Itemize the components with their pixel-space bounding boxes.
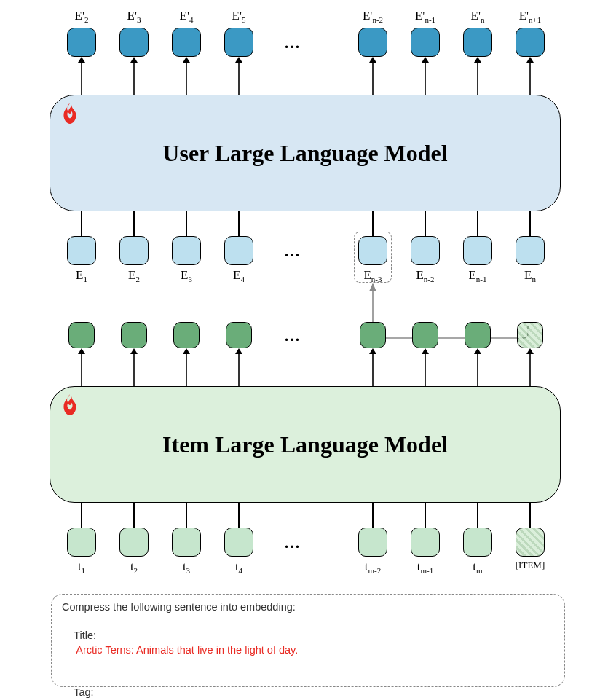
arrow-up-icon: [76, 57, 87, 95]
connector-line: [425, 503, 426, 528]
user-output-token: [516, 28, 545, 57]
ellipsis: …: [284, 533, 301, 552]
arrow-up-icon: [473, 57, 483, 95]
user-model-title: User Large Language Model: [162, 140, 447, 167]
item-input-label: tm-1: [403, 560, 447, 575]
arrow-up-icon: [76, 348, 87, 386]
user-output-token: [172, 28, 201, 57]
user-input-token: [463, 236, 492, 265]
connector-line: [238, 211, 240, 236]
arrow-up-icon: [473, 348, 483, 386]
arrow-up-icon: [181, 57, 191, 95]
arrow-up-icon: [181, 348, 191, 386]
user-input-label: E3: [165, 268, 208, 283]
item-input-special-token: [516, 528, 545, 557]
user-input-token: [358, 236, 387, 265]
item-input-label: tm-2: [351, 560, 395, 575]
item-output-token: [173, 322, 200, 348]
user-input-label: En-2: [403, 268, 447, 283]
user-input-token: [516, 236, 545, 265]
user-output-label: E'n-1: [403, 9, 447, 24]
item-output-special-token: [517, 322, 543, 348]
item-input-label: t1: [60, 560, 103, 575]
arrow-up-icon: [525, 348, 535, 386]
prompt-textbox: Compress the following sentence into emb…: [51, 594, 565, 687]
user-output-token: [463, 28, 492, 57]
item-input-token: [358, 528, 387, 557]
user-model-block: User Large Language Model: [50, 95, 561, 211]
arrow-up-icon: [525, 57, 535, 95]
ellipsis: …: [284, 34, 301, 52]
user-output-token: [358, 28, 387, 57]
item-input-token: [224, 528, 253, 557]
item-input-label: t2: [112, 560, 156, 575]
item-model-block: Item Large Language Model: [50, 386, 561, 503]
user-input-label: En-3: [351, 268, 395, 283]
connector-line: [477, 503, 478, 528]
user-output-label: E'3: [112, 9, 156, 24]
connector-line: [372, 211, 374, 236]
user-input-label: E2: [112, 268, 156, 283]
item-output-token: [68, 322, 95, 348]
connector-line: [529, 503, 531, 528]
user-input-label: E4: [217, 268, 261, 283]
user-input-token: [119, 236, 149, 265]
item-input-token: [411, 528, 440, 557]
item-output-token: [121, 322, 147, 348]
arrow-up-icon: [368, 348, 378, 386]
connector-line: [186, 211, 187, 236]
item-model-title: Item Large Language Model: [162, 431, 448, 458]
item-input-token: [67, 528, 96, 557]
connector-line: [238, 503, 240, 528]
item-input-label: tm: [456, 560, 499, 575]
connector-line: [186, 503, 187, 528]
user-input-token: [224, 236, 253, 265]
ellipsis: …: [284, 326, 301, 345]
title-line: Title: Arctic Terns: Animals that live i…: [62, 615, 554, 672]
arrow-up-icon: [368, 57, 378, 95]
item-output-token: [226, 322, 252, 348]
item-input-label: t4: [217, 560, 261, 575]
arrow-up-icon: [129, 348, 139, 386]
item-input-token: [463, 528, 492, 557]
user-output-label: E'2: [60, 9, 103, 24]
user-output-label: E'n: [456, 9, 499, 24]
prompt-line: Compress the following sentence into emb…: [62, 600, 554, 615]
user-output-token: [224, 28, 253, 57]
user-input-token: [67, 236, 96, 265]
connector-line: [425, 211, 426, 236]
user-output-label: E'5: [217, 9, 261, 24]
item-output-token: [412, 322, 438, 348]
user-output-token: [67, 28, 96, 57]
arrow-up-icon: [420, 57, 430, 95]
arrow-up-icon: [129, 57, 139, 95]
diagram-canvas: { "title_user_model": "User Large Langua…: [0, 0, 616, 698]
user-output-label: E'n-2: [351, 9, 395, 24]
tag-line: Tag: Short Film: [62, 672, 554, 698]
item-input-label: [ITEM]: [508, 560, 552, 571]
user-output-label: E'n+1: [508, 9, 552, 24]
user-input-label: E1: [60, 268, 103, 283]
arrow-up-icon: [420, 348, 430, 386]
arrow-up-icon: [234, 57, 244, 95]
item-input-token: [119, 528, 149, 557]
user-input-label: En: [508, 268, 552, 283]
connector-line: [372, 503, 374, 528]
connector-line: [133, 503, 135, 528]
flame-icon: [60, 394, 79, 416]
connector-line: [529, 211, 531, 236]
connector-line: [133, 211, 135, 236]
flame-icon: [60, 103, 79, 125]
item-input-label: t3: [165, 560, 208, 575]
item-output-token: [465, 322, 491, 348]
connector-line: [477, 211, 478, 236]
arrow-up-icon: [234, 348, 244, 386]
item-input-token: [172, 528, 201, 557]
user-input-label: En-1: [456, 268, 499, 283]
user-input-token: [172, 236, 201, 265]
item-output-token: [360, 322, 386, 348]
user-input-token: [411, 236, 440, 265]
connector-line: [81, 211, 82, 236]
connector-line: [81, 503, 82, 528]
user-output-token: [119, 28, 149, 57]
